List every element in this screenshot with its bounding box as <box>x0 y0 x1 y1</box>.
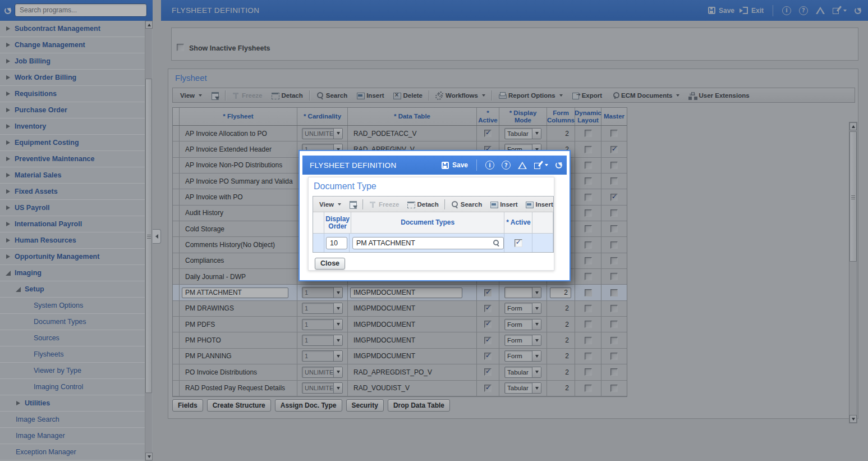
toolbar-search-button[interactable]: Search <box>447 197 486 212</box>
save-icon <box>442 162 449 169</box>
active-checkbox[interactable] <box>515 239 522 247</box>
toolbar-insert-mu-button[interactable]: Insert Mu <box>521 197 553 212</box>
display-order-input[interactable]: 10 <box>326 237 347 249</box>
cell-display-order: 10 <box>324 234 350 252</box>
dialog-actions: Save i ? <box>442 159 567 171</box>
cell-document-types: PM ATTACHMENT <box>350 234 504 252</box>
column-header <box>532 212 553 233</box>
detach-icon <box>407 200 415 208</box>
divider <box>476 159 477 171</box>
column-header-display-order[interactable]: Display Order <box>324 212 351 233</box>
info-icon[interactable]: i <box>485 161 494 170</box>
column-header-document-types[interactable]: Document Types <box>351 212 504 233</box>
cell-active <box>504 234 532 252</box>
document-type-value: PM ATTACHMENT <box>356 239 493 247</box>
toolbar-button-label: Freeze <box>379 201 399 208</box>
toolbar-insert-button[interactable]: Insert <box>486 197 521 212</box>
edit-icon <box>534 163 540 169</box>
dialog-titlebar[interactable]: FLYSHEET DEFINITION Save i ? <box>302 156 567 175</box>
toolbar-button-label: Detach <box>417 201 438 208</box>
warning-icon[interactable] <box>518 162 527 169</box>
insert-icon <box>525 200 533 208</box>
toolbar-detach-button[interactable]: Detach <box>403 197 442 212</box>
document-type-input[interactable]: PM ATTACHMENT <box>352 237 504 249</box>
toolbar-qbe-button[interactable] <box>345 197 361 212</box>
chevron-down-icon <box>545 164 548 166</box>
toolbar-button-label: Insert Mu <box>535 201 553 208</box>
dialog-table-body: 10PM ATTACHMENT <box>313 234 553 252</box>
edit-menu-button[interactable] <box>534 162 548 169</box>
dialog-table-header: Display OrderDocument Types* Active <box>313 212 553 234</box>
dropdown-caret-icon <box>338 203 341 206</box>
save-button[interactable]: Save <box>442 161 468 169</box>
section-title: Document Type <box>314 181 376 191</box>
toolbar-view-button[interactable]: View <box>315 197 345 212</box>
dialog-table-row[interactable]: 10PM ATTACHMENT <box>313 234 553 252</box>
dialog-content: Document Type ViewFreezeDetachSearchInse… <box>308 177 554 271</box>
filler-cell <box>532 234 553 252</box>
toolbar-button-label: Insert <box>500 201 517 208</box>
toolbar-separator <box>444 199 445 209</box>
help-icon[interactable]: ? <box>502 161 511 170</box>
toolbar-button-label: Search <box>461 201 482 208</box>
qbe-icon <box>349 200 357 208</box>
search-icon[interactable] <box>493 239 500 247</box>
flysheet-definition-dialog: FLYSHEET DEFINITION Save i ? Document Ty… <box>298 150 571 281</box>
toolbar-separator <box>362 199 363 209</box>
column-header <box>313 212 324 233</box>
freeze-icon <box>369 200 376 208</box>
row-header-cell <box>313 234 324 252</box>
dialog-title: FLYSHEET DEFINITION <box>302 161 396 170</box>
column-header-active[interactable]: * Active <box>504 212 532 233</box>
search-icon <box>451 200 458 208</box>
toolbar-freeze-button[interactable]: Freeze <box>365 197 403 212</box>
insert-icon <box>490 200 498 208</box>
close-button[interactable]: Close <box>315 258 345 270</box>
toolbar-button-label: View <box>319 201 334 208</box>
refresh-icon[interactable] <box>555 162 562 168</box>
document-type-collection: ViewFreezeDetachSearchInsertInsert Mu Di… <box>313 196 554 253</box>
dialog-toolbar: ViewFreezeDetachSearchInsertInsert Mu <box>313 197 553 212</box>
